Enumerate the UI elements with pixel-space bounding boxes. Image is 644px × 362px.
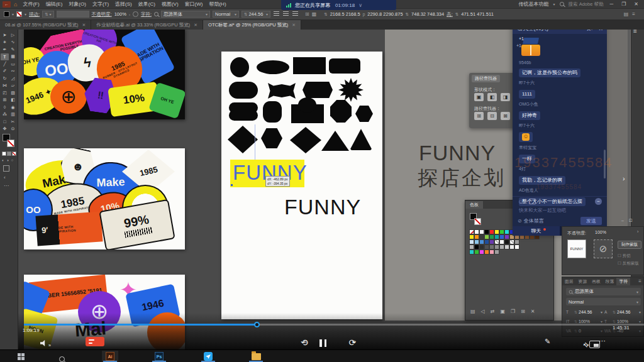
mute-status-icon[interactable]: − <box>595 198 602 205</box>
swatch-4-5[interactable] <box>494 250 499 255</box>
toolbar-stroke-color[interactable] <box>7 140 14 147</box>
swatch-4-4[interactable] <box>489 250 494 255</box>
strip-scrollbar[interactable] <box>628 25 630 230</box>
tab-close-icon[interactable]: ✕ <box>82 23 86 28</box>
swatch-0-1[interactable] <box>474 229 479 234</box>
search-icon[interactable] <box>560 2 564 6</box>
forward-30-button[interactable]: ⟳ 30 <box>348 337 358 347</box>
tool-shaper[interactable]: ∾ <box>9 68 17 75</box>
opacity-label[interactable]: 不透明度: <box>92 11 112 18</box>
tool-paintbrush[interactable]: ✐ <box>1 68 9 75</box>
home-icon[interactable]: ⌂ <box>14 1 17 8</box>
swatch-0-5[interactable] <box>494 229 499 234</box>
swatch-1-1[interactable] <box>474 234 479 239</box>
tool-pen[interactable]: ✒ <box>1 46 9 53</box>
document-tab-2[interactable]: OTC标签.ai* @ 25% (RGB/GPU 预览)✕ <box>203 20 301 30</box>
restore-button[interactable]: ❐ <box>619 1 628 7</box>
tool-column-graph[interactable]: ▥ <box>9 111 17 119</box>
panel-tab-0[interactable]: 图层 <box>562 278 576 285</box>
close-button[interactable]: ✕ <box>632 1 640 7</box>
menu-item-3[interactable]: 文字(T) <box>89 1 112 8</box>
swatch-1-2[interactable] <box>479 234 484 239</box>
exit-fullscreen-icon[interactable]: ⇄ <box>584 338 589 349</box>
tool-blend[interactable]: ◉ <box>9 104 17 111</box>
menu-item-6[interactable]: 视图(V) <box>158 1 182 8</box>
volume-button[interactable]: » <box>40 338 51 349</box>
swatches-stroke-chip[interactable] <box>474 218 481 225</box>
font-family-field[interactable]: 思源黑体▾ <box>161 11 210 18</box>
canvas-title-chinese[interactable]: 探店企划 <box>418 165 506 192</box>
tool-shape-builder[interactable]: ◰ <box>1 89 9 97</box>
swatch-2-1[interactable] <box>474 239 479 244</box>
swatch-3-7[interactable] <box>504 244 509 250</box>
collapse-toolbar-icon[interactable]: ‹ <box>4 175 6 180</box>
chat-input-hint[interactable]: 快来和大家一起互动吧 <box>519 207 566 214</box>
tool-slice[interactable]: ✂ <box>9 118 17 126</box>
panel-menu-icon[interactable]: ≡ <box>638 278 641 284</box>
tool-lasso[interactable]: ∿ <box>9 39 17 47</box>
drawing-modes-icons[interactable]: ◐ ◑ ○ <box>2 158 14 162</box>
more-options-icon[interactable]: ≡ <box>632 11 635 17</box>
emoji-picker-icon[interactable]: ☺ <box>518 198 524 205</box>
workspace-switcher[interactable]: 传统基本功能 <box>519 1 549 8</box>
font-size-field[interactable]: ⇅244.56▾ <box>242 11 270 18</box>
swatch-3-2[interactable] <box>479 244 484 250</box>
tool-eyedropper[interactable]: ◊ <box>1 104 9 111</box>
swatch-3-1[interactable] <box>474 244 479 250</box>
shape-mode-icon-0[interactable]: ▣ <box>474 93 484 101</box>
align-center-icon[interactable] <box>283 11 289 17</box>
font-search-icon[interactable] <box>154 12 158 16</box>
rewind-10-button[interactable]: ⟲ 10 <box>301 337 311 347</box>
pathfinder-icon-0[interactable]: ⊞ <box>474 112 484 120</box>
edit-toolbar-icon[interactable]: ⋯ <box>4 183 9 189</box>
swatch-3-0[interactable] <box>469 244 474 250</box>
swatch-0-3[interactable] <box>484 229 489 234</box>
send-button[interactable]: 发送 <box>580 217 602 225</box>
swatch-1-3[interactable] <box>484 234 489 239</box>
tool-line-segment[interactable]: ╱ <box>1 60 9 68</box>
pause-button[interactable] <box>318 338 328 349</box>
share-chevron-icon[interactable]: ∨ <box>358 3 362 8</box>
tab-close-icon[interactable]: ✕ <box>292 23 296 28</box>
swatch-2-2[interactable] <box>479 239 484 244</box>
swatch-0-0[interactable] <box>469 229 474 234</box>
tool-gradient[interactable]: ◧ <box>9 97 17 104</box>
menu-item-0[interactable]: 文件(F) <box>19 1 42 8</box>
transparency-chevron-icon[interactable]: › <box>637 229 638 234</box>
tool-magic-wand[interactable]: ∗ <box>1 39 9 47</box>
taskbar-explorer[interactable] <box>248 351 264 362</box>
swatch-4-2[interactable] <box>479 250 484 255</box>
align-left-icon[interactable] <box>274 11 279 17</box>
swatch-3-6[interactable] <box>499 244 504 250</box>
members-strip[interactable] <box>606 24 631 231</box>
tool-width[interactable]: ⋈ <box>1 82 9 90</box>
video-progress-bar[interactable] <box>24 324 644 326</box>
swatch-1-7[interactable] <box>504 234 509 239</box>
shape-mode-icon-1[interactable]: ◧ <box>487 93 497 101</box>
artboard-shapes[interactable]: FUNNY dX: -462.89 px dY: -394.35 px FUNN… <box>221 52 382 319</box>
tool-scale[interactable]: ◿ <box>9 75 17 82</box>
artboard-light-stickers[interactable]: Make☻Make19851985MADE WITH INSPIRATIONOO… <box>24 148 185 250</box>
swatch-1-6[interactable] <box>499 234 504 239</box>
more-controls-icon[interactable]: ⋯ <box>599 337 606 345</box>
swatch-4-1[interactable] <box>474 250 479 255</box>
x-position-value[interactable]: 2168.5 2168.5 <box>330 11 360 17</box>
tool-type[interactable]: T <box>1 53 9 61</box>
screen-mode-icon[interactable] <box>3 165 9 172</box>
panel-options-icon[interactable]: ▤ <box>624 11 629 17</box>
swatch-0-4[interactable] <box>489 229 494 234</box>
progress-thumb[interactable] <box>254 322 260 327</box>
swatch-0-7[interactable] <box>504 229 509 234</box>
tool-free-transform[interactable]: ▱ <box>9 82 17 90</box>
tool-area-type[interactable]: ▦ <box>9 53 17 61</box>
tab-chat[interactable]: 聊天 <box>513 226 560 236</box>
opacity-value[interactable]: 100% <box>114 11 126 17</box>
start-button[interactable] <box>18 353 25 360</box>
panel-tab-1[interactable]: 资源 <box>576 278 590 285</box>
tool-mesh[interactable]: ⊞ <box>1 97 9 104</box>
swatch-2-9[interactable] <box>514 239 519 244</box>
tool-selection[interactable]: ➤ <box>1 31 9 39</box>
swatch-1-0[interactable] <box>469 234 474 239</box>
tool-curvature[interactable]: ✎ <box>9 46 17 53</box>
swatch-2-0[interactable] <box>469 239 474 244</box>
